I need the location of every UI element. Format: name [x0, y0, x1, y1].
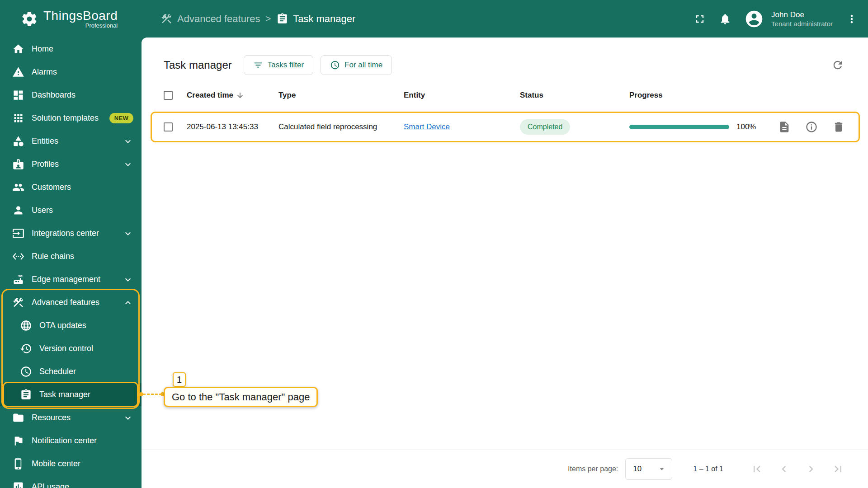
notifications-button[interactable] — [719, 13, 731, 25]
sidebar-item-alarms[interactable]: Alarms — [0, 61, 142, 84]
page-title: Task manager — [164, 59, 232, 71]
first-page-button[interactable] — [750, 463, 763, 475]
breadcrumb: Advanced features > Task manager — [160, 13, 355, 25]
header-actions: John Doe Tenant administrator — [693, 9, 868, 29]
items-per-page-value: 10 — [633, 465, 642, 474]
refresh-button[interactable] — [831, 59, 844, 71]
sidebar-item-rule-chains[interactable]: Rule chains — [0, 245, 142, 268]
items-per-page-label: Items per page: — [568, 465, 618, 473]
thingsboard-app: ThingsBoard Professional Advanced featur… — [0, 0, 868, 488]
cell-status: Completed — [520, 119, 629, 135]
entity-link[interactable]: Smart Device — [404, 122, 450, 131]
task-details-file-icon[interactable] — [778, 121, 791, 133]
user-name: John Doe — [771, 10, 833, 19]
row-checkbox[interactable] — [164, 122, 173, 131]
sidebar-item-home[interactable]: Home — [0, 38, 142, 61]
breadcrumb-label: Advanced features — [177, 13, 260, 25]
more-menu-button[interactable] — [845, 13, 858, 25]
pager-buttons — [750, 463, 844, 475]
next-page-button[interactable] — [805, 463, 817, 475]
more-vert-icon — [845, 13, 858, 25]
sidebar-item-dashboards[interactable]: Dashboards — [0, 84, 142, 107]
apps-icon — [12, 112, 24, 124]
logo[interactable]: ThingsBoard Professional — [0, 9, 142, 29]
column-status[interactable]: Status — [520, 91, 629, 100]
time-filter-button[interactable]: For all time — [321, 55, 392, 75]
sidebar-item-mobile-center[interactable]: Mobile center — [0, 452, 142, 475]
clock-icon — [330, 60, 340, 70]
column-progress[interactable]: Progress — [629, 91, 844, 100]
sidebar-item-ota-updates[interactable]: OTA updates — [0, 314, 142, 337]
status-badge: Completed — [520, 119, 570, 135]
task-row-highlight-annotation: 2025-06-13 13:45:33 Calculated field rep… — [151, 112, 860, 142]
chevron-down-icon — [123, 159, 133, 170]
breadcrumb-task-manager[interactable]: Task manager — [276, 13, 355, 25]
smartphone-icon — [12, 458, 24, 470]
table-row[interactable]: 2025-06-13 13:45:33 Calculated field rep… — [164, 119, 845, 135]
sidebar-item-notification-center[interactable]: Notification center — [0, 429, 142, 452]
app-edition: Professional — [43, 23, 118, 29]
account-circle-icon — [744, 9, 764, 29]
clock-icon — [20, 366, 32, 378]
sidebar: Home Alarms Dashboards Solution template… — [0, 38, 142, 488]
sidebar-item-resources[interactable]: Resources — [0, 406, 142, 429]
construction-icon — [12, 296, 24, 309]
progress-bar-fill — [629, 125, 729, 129]
sidebar-item-scheduler[interactable]: Scheduler — [0, 360, 142, 383]
info-icon[interactable] — [805, 121, 818, 133]
table-header: Created time Type Entity Status Progress — [142, 85, 868, 105]
sidebar-item-users[interactable]: Users — [0, 199, 142, 222]
sidebar-item-integrations-center[interactable]: Integrations center — [0, 222, 142, 245]
body-row: Home Alarms Dashboards Solution template… — [0, 38, 868, 488]
construction-icon — [160, 13, 173, 25]
people-icon — [12, 181, 24, 193]
select-all-checkbox[interactable] — [164, 91, 173, 100]
delete-icon[interactable] — [832, 121, 845, 133]
sidebar-item-customers[interactable]: Customers — [0, 176, 142, 199]
sidebar-item-edge-management[interactable]: Edge management — [0, 268, 142, 291]
new-badge: NEW — [109, 113, 133, 123]
chevron-down-icon — [123, 413, 133, 423]
tasks-filter-button[interactable]: Tasks filter — [244, 55, 313, 75]
chevron-up-icon — [123, 297, 133, 308]
breadcrumb-label: Task manager — [293, 13, 355, 25]
warning-icon — [12, 66, 24, 78]
cell-entity: Smart Device — [404, 122, 520, 131]
sidebar-item-profiles[interactable]: Profiles — [0, 153, 142, 176]
sort-desc-icon — [236, 91, 244, 99]
column-type[interactable]: Type — [278, 91, 404, 100]
sidebar-item-solution-templates[interactable]: Solution templates NEW — [0, 107, 142, 130]
items-per-page-select[interactable]: 10 — [625, 458, 672, 480]
home-icon — [12, 43, 24, 55]
last-page-button[interactable] — [832, 463, 844, 475]
fullscreen-icon — [693, 13, 706, 25]
user-info: John Doe Tenant administrator — [771, 10, 833, 28]
previous-page-button[interactable] — [778, 463, 790, 475]
app-header: ThingsBoard Professional Advanced featur… — [0, 0, 868, 38]
router-icon — [12, 273, 24, 286]
badge-icon — [12, 158, 24, 170]
cell-type: Calculated field reprocessing — [278, 122, 404, 131]
logo-text: ThingsBoard Professional — [43, 9, 118, 29]
content-spacer — [142, 142, 868, 450]
sidebar-item-task-manager[interactable]: Task manager — [0, 383, 142, 406]
breadcrumb-advanced-features[interactable]: Advanced features — [160, 13, 260, 25]
row-actions — [778, 121, 845, 133]
sidebar-item-entities[interactable]: Entities — [0, 130, 142, 153]
ethernet-icon — [12, 250, 24, 263]
column-entity[interactable]: Entity — [404, 91, 520, 100]
main-content: Task manager Tasks filter For all time C… — [142, 38, 868, 488]
column-created-time[interactable]: Created time — [187, 91, 278, 100]
filter-icon — [253, 60, 263, 70]
person-icon — [12, 204, 24, 216]
avatar[interactable] — [744, 9, 764, 29]
fullscreen-button[interactable] — [693, 13, 706, 25]
task-manager-icon — [20, 389, 32, 401]
sidebar-item-api-usage[interactable]: API usage — [0, 475, 142, 488]
chevron-down-icon — [123, 136, 133, 147]
chevron-down-icon — [123, 228, 133, 239]
history-icon — [20, 343, 32, 355]
sidebar-item-version-control[interactable]: Version control — [0, 337, 142, 360]
sidebar-item-advanced-features[interactable]: Advanced features — [0, 291, 142, 314]
bell-icon — [719, 13, 731, 25]
